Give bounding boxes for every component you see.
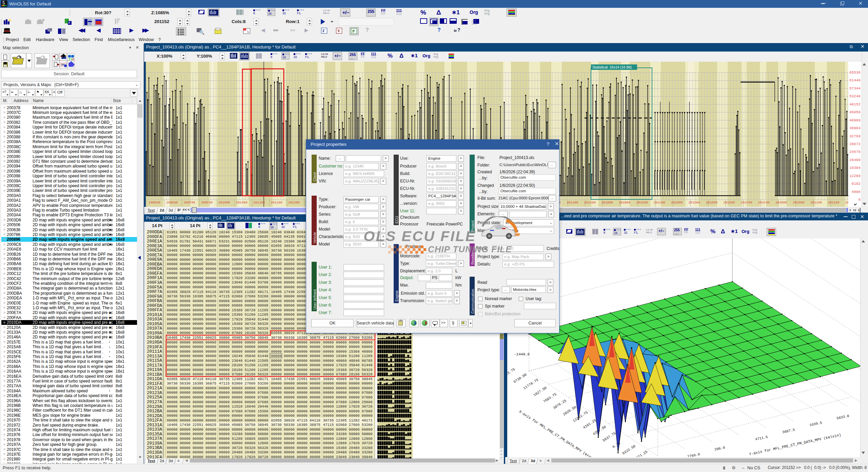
svg-text:7683.75: 7683.75 xyxy=(542,392,557,404)
svg-text:5637.75: 5637.75 xyxy=(602,431,617,442)
svg-text:X-axis for MFL_PRE_CT_PM_DATA_: X-axis for MFL_PRE_CT_PM_DATA_MPV (erpmu… xyxy=(518,409,597,457)
svg-text:5633.0: 5633.0 xyxy=(836,414,849,420)
svg-text:2820.50: 2820.50 xyxy=(562,405,577,416)
svg-text:12292.75: 12292.75 xyxy=(572,410,589,423)
svg-text:3076.25: 3076.25 xyxy=(552,398,567,410)
svg-text:11271.25: 11271.25 xyxy=(632,450,648,457)
svg-text:4101.25: 4101.25 xyxy=(582,418,597,430)
svg-text:1027.50: 1027.50 xyxy=(533,386,548,397)
svg-text:4711.5: 4711.5 xyxy=(755,435,768,441)
svg-text:2766.0: 2766.0 xyxy=(687,452,700,457)
svg-text:9222.50: 9222.50 xyxy=(622,444,636,455)
svg-text:3687.5: 3687.5 xyxy=(782,428,795,434)
svg-text:1639.5: 1639.5 xyxy=(809,420,822,427)
svg-text:9730.00: 9730.00 xyxy=(513,372,528,384)
svg-text:6.25: 6.25 xyxy=(612,441,621,449)
svg-text:206.0: 206.0 xyxy=(714,446,725,452)
svg-text:513.75: 513.75 xyxy=(507,367,516,378)
svg-text:-1449.6: -1449.6 xyxy=(514,352,530,356)
svg-text:11778.75: 11778.75 xyxy=(522,378,539,391)
